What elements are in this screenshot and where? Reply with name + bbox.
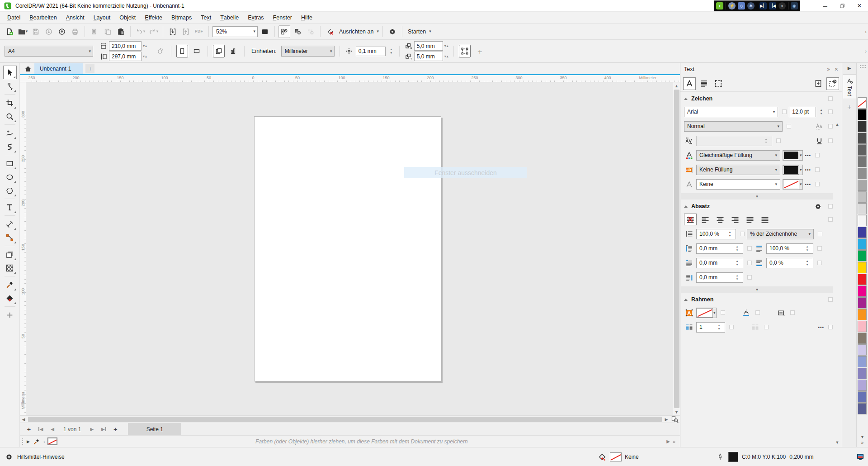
docker-scroll-up[interactable]: ▲ (834, 122, 841, 127)
maximize-button[interactable] (834, 0, 851, 12)
duplicate-y-stepper[interactable]: ▾▴ (444, 54, 448, 58)
rahmen-options-button[interactable]: ••• (818, 325, 824, 330)
font-family-checkbox[interactable] (782, 109, 787, 114)
connector-tool[interactable] (3, 231, 17, 244)
page-height-input[interactable]: 297,0 mm (109, 52, 142, 61)
outline-pen-icon[interactable] (716, 452, 725, 461)
ellipse-tool[interactable] (3, 170, 17, 184)
palette-grip[interactable] (859, 65, 866, 69)
frame-color-picker[interactable]: ▾ (696, 308, 717, 318)
section-rahmen-header[interactable]: Rahmen (683, 294, 833, 305)
frame-color-checkbox[interactable] (721, 310, 725, 315)
paste-button[interactable] (115, 25, 127, 38)
copy-button[interactable] (102, 25, 113, 38)
page-height-stepper[interactable]: ▾▴ (143, 54, 147, 58)
undo-button[interactable]: ▾ (134, 25, 146, 38)
camera-icon[interactable]: ◉ (791, 2, 798, 10)
fill-checkbox[interactable] (815, 153, 820, 157)
export-button[interactable] (180, 25, 192, 38)
palette-more-arrow[interactable]: ▶ (666, 439, 670, 444)
shadow-tool[interactable] (3, 247, 17, 261)
redo-button[interactable]: ▾ (147, 25, 159, 38)
toolbar-overflow-chevron[interactable]: › (865, 29, 867, 34)
character-mode-button[interactable] (683, 77, 696, 90)
record-icon[interactable]: ● (778, 2, 786, 10)
tag-icon[interactable]: ◇ (738, 2, 745, 10)
align-left-button[interactable] (699, 214, 712, 225)
palette-swatch[interactable] (858, 109, 867, 120)
menu-tabelle[interactable]: Tabelle (216, 12, 243, 23)
columns-input[interactable]: 1▴▾ (696, 322, 725, 333)
launch-label[interactable]: Starten (408, 29, 426, 35)
palette-swatch[interactable] (858, 238, 867, 250)
background-checkbox[interactable] (815, 167, 820, 172)
menu-layout[interactable]: Layout (89, 12, 115, 23)
rahmen-checkbox[interactable] (828, 297, 833, 302)
add-tools-button[interactable] (3, 308, 17, 322)
section-absatz-header[interactable]: Absatz (683, 200, 833, 212)
interactive-fill-tool[interactable] (3, 291, 17, 305)
drawing-canvas[interactable]: Fenster ausschneiden (26, 82, 673, 415)
background-fill-select[interactable]: Keine Füllung▾ (696, 165, 780, 175)
snap-off-button[interactable] (324, 25, 336, 38)
transparency-tool[interactable] (3, 261, 17, 275)
align-full-button[interactable] (744, 214, 756, 225)
dimension-tool[interactable] (3, 217, 17, 231)
duplicate-x-input[interactable]: 5,0 mm (414, 41, 443, 51)
outline-color-swatch[interactable] (728, 452, 738, 462)
snap-to-caret[interactable]: ▾ (377, 29, 379, 33)
frame-visibility-button[interactable] (826, 77, 839, 90)
zeichen-collapse-bar[interactable]: ▾ (681, 193, 833, 200)
background-color-picker[interactable]: ▾ (783, 165, 803, 175)
fill-color-picker[interactable]: ▾ (783, 150, 803, 161)
previous-page-button[interactable]: ◀ (47, 424, 58, 434)
zoom-level-select[interactable]: 52%▾ (212, 26, 258, 37)
color-proof-monitor-icon[interactable] (855, 452, 865, 462)
add-docker-button[interactable]: ＋ (846, 103, 853, 111)
cut-button[interactable] (89, 25, 100, 38)
outline-type-select[interactable]: Keine▾ (696, 179, 780, 190)
document-palette-none-swatch[interactable] (48, 438, 57, 445)
next-page-button[interactable]: ▶ (86, 424, 97, 434)
absatz-collapse-bar[interactable]: ▾ (681, 286, 833, 293)
space-after-input[interactable]: 0,0 %▴▾ (766, 258, 813, 268)
menu-extras[interactable]: Extras (243, 12, 268, 23)
palette-swatch[interactable] (858, 285, 867, 297)
cloud-upload-button[interactable] (56, 25, 68, 38)
show-guidelines-button[interactable] (305, 25, 316, 38)
font-size-checkbox[interactable] (828, 109, 833, 114)
palette-drag-handle[interactable] (22, 438, 24, 445)
units-select[interactable]: Millimeter▾ (281, 46, 335, 57)
palette-scroll-left[interactable]: ‹ (43, 439, 45, 444)
document-page[interactable] (254, 116, 441, 381)
caps-checkbox[interactable] (828, 124, 833, 128)
palette-expand-arrow[interactable]: ▶ (27, 439, 30, 444)
column-settings-checkbox[interactable] (764, 325, 769, 329)
publish-pdf-button[interactable]: PDF (193, 25, 205, 38)
right-indent-checkbox[interactable] (747, 275, 752, 280)
scroll-down-button[interactable]: ▼ (673, 409, 680, 415)
menu-datei[interactable]: Datei (3, 12, 25, 23)
font-size-stepper[interactable]: ▴▾ (818, 108, 824, 115)
first-page-button[interactable]: ◀ (35, 424, 46, 434)
align-none-button[interactable] (684, 214, 697, 225)
palette-swatch[interactable] (858, 121, 867, 132)
autofit-page-button[interactable] (154, 45, 166, 57)
column-settings-icon[interactable] (750, 322, 760, 332)
outline-options-button[interactable]: ••• (805, 182, 811, 187)
palette-swatch[interactable] (858, 133, 867, 144)
outline-checkbox[interactable] (815, 182, 820, 186)
palette-swatch[interactable] (858, 250, 867, 262)
palette-swatch[interactable] (858, 227, 867, 238)
font-style-checkbox[interactable] (787, 124, 791, 128)
first-line-indent-checkbox[interactable] (747, 261, 752, 265)
portrait-button[interactable] (176, 45, 188, 57)
propbar-overflow-chevron[interactable]: › (865, 48, 867, 54)
add-page-start-button[interactable]: + (24, 424, 34, 434)
absatz-settings-gear-icon[interactable] (813, 201, 823, 211)
options-button[interactable] (387, 25, 398, 38)
docker-collapse-button[interactable]: » (827, 66, 830, 72)
caps-options-icon[interactable] (814, 121, 824, 131)
fill-type-select[interactable]: Gleichmäßige Füllung▾ (696, 150, 780, 161)
palette-swatch[interactable] (858, 321, 867, 332)
